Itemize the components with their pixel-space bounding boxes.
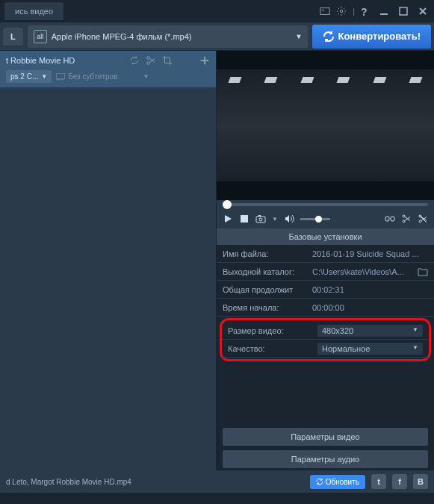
gear-icon[interactable] xyxy=(336,6,347,16)
format-label: Apple iPhone MPEG-4 фильм (*.mp4) xyxy=(52,32,192,41)
titlebar: ись видео | ? xyxy=(0,0,434,22)
convert-button[interactable]: Конвертировать! xyxy=(312,25,431,49)
setting-value: 00:02:31 xyxy=(312,285,428,294)
refresh-icon xyxy=(323,31,335,43)
setting-label: Общая продолжит xyxy=(223,285,312,294)
setting-output-dir: Выходной каталог: C:\Users\kate\Videos\A… xyxy=(217,263,434,281)
settings-header: Базовые установки xyxy=(217,228,434,245)
file-item-header: t Robbie Movie HD xyxy=(6,55,210,66)
setting-video-size: Размер видео: 480x320 ▼ xyxy=(222,322,429,340)
close-button[interactable] xyxy=(416,6,430,16)
status-text: d Leto, Margot Robbie Movie HD.mp4 xyxy=(6,478,304,486)
file-item[interactable]: t Robbie Movie HD ps 2 C...▼ Без субтитр… xyxy=(0,51,216,87)
svg-point-6 xyxy=(147,62,150,65)
content-area: t Robbie Movie HD ps 2 C...▼ Без субтитр… xyxy=(0,51,434,470)
play-icon[interactable] xyxy=(223,214,233,224)
setting-label: Имя файла: xyxy=(223,249,312,258)
titlebar-controls: | ? xyxy=(320,6,430,16)
preview-frame xyxy=(217,69,434,181)
setting-start-time: Время начала: 00:00:00 xyxy=(217,299,434,317)
setting-quality: Качество: Нормальное ▼ xyxy=(222,340,429,358)
crop-icon[interactable] xyxy=(162,55,173,66)
subtitle-icon xyxy=(56,73,65,81)
stop-icon[interactable] xyxy=(239,214,249,224)
svg-rect-9 xyxy=(256,217,265,223)
setting-filename: Имя файла: 2016-01-19 Suicide Squad ... xyxy=(217,245,434,263)
svg-rect-3 xyxy=(380,13,388,15)
scissors-icon[interactable] xyxy=(401,214,412,224)
audio-params-button[interactable]: Параметры аудио xyxy=(223,450,428,468)
link-icon[interactable] xyxy=(385,214,395,224)
setting-label: Качество: xyxy=(228,344,317,353)
setting-label: Время начала: xyxy=(223,303,312,312)
minimize-button[interactable] xyxy=(377,6,391,16)
highlighted-settings: Размер видео: 480x320 ▼ Качество: Нормал… xyxy=(220,318,431,361)
setting-value[interactable]: 2016-01-19 Suicide Squad ... xyxy=(312,249,428,258)
video-params-button[interactable]: Параметры видео xyxy=(223,428,428,446)
card-icon[interactable] xyxy=(320,6,330,16)
setting-value[interactable]: 00:00:00 xyxy=(312,303,428,312)
help-icon[interactable]: ? xyxy=(361,6,371,16)
format-all-icon: all xyxy=(34,30,47,43)
svg-point-10 xyxy=(259,218,262,221)
volume-slider[interactable] xyxy=(300,218,330,220)
facebook-button[interactable]: f xyxy=(392,474,407,489)
camera-icon[interactable] xyxy=(255,214,266,224)
setting-duration: Общая продолжит 00:02:31 xyxy=(217,281,434,299)
toolbar: L all Apple iPhone MPEG-4 фильм (*.mp4) … xyxy=(0,22,434,51)
volume-icon[interactable] xyxy=(284,214,294,224)
format-dropdown[interactable]: all Apple iPhone MPEG-4 фильм (*.mp4) ▼ xyxy=(28,25,309,48)
mode-button[interactable]: L xyxy=(3,28,23,46)
svg-rect-12 xyxy=(385,217,389,221)
refresh-icon[interactable] xyxy=(129,55,140,66)
seek-thumb[interactable] xyxy=(223,200,232,209)
refresh-icon xyxy=(316,478,323,485)
update-button[interactable]: Обновить xyxy=(310,475,365,489)
folder-icon[interactable] xyxy=(418,267,428,276)
statusbar: d Leto, Margot Robbie Movie HD.mp4 Обнов… xyxy=(0,470,434,493)
timeline-row xyxy=(217,200,434,209)
volume-thumb[interactable] xyxy=(315,216,322,223)
svg-rect-1 xyxy=(322,10,325,10)
svg-point-5 xyxy=(147,57,150,60)
svg-rect-11 xyxy=(258,215,261,217)
video-size-dropdown[interactable]: 480x320 ▼ xyxy=(317,325,423,337)
playback-controls: ▼ xyxy=(217,209,434,228)
svg-point-14 xyxy=(403,215,405,217)
svg-rect-8 xyxy=(241,215,248,223)
svg-rect-7 xyxy=(56,73,65,79)
chevron-down-icon: ▼ xyxy=(296,33,303,40)
tab-record-video[interactable]: ись видео xyxy=(4,2,63,20)
svg-rect-4 xyxy=(400,7,407,15)
setting-label: Размер видео: xyxy=(228,326,317,335)
file-title: t Robbie Movie HD xyxy=(6,56,123,65)
svg-rect-0 xyxy=(320,8,329,15)
subtitle-dropdown[interactable]: Без субтитров ▼ xyxy=(56,72,149,81)
setting-label: Выходной каталог: xyxy=(223,267,312,276)
setting-value[interactable]: C:\Users\kate\Videos\A... xyxy=(312,267,428,276)
file-subrow: ps 2 C...▼ Без субтитров ▼ xyxy=(6,70,210,83)
scissors-icon[interactable] xyxy=(146,55,156,66)
video-preview xyxy=(217,51,434,200)
twitter-button[interactable]: t xyxy=(371,474,386,489)
svg-point-17 xyxy=(419,220,421,223)
right-panel: ▼ Базовые установки Имя файла: 2016-01-1… xyxy=(217,51,434,470)
vk-button[interactable]: B xyxy=(413,474,428,489)
svg-rect-13 xyxy=(391,217,394,221)
seek-slider[interactable] xyxy=(223,203,428,206)
maximize-button[interactable] xyxy=(397,6,410,16)
svg-point-2 xyxy=(340,10,343,13)
scissors-disabled-icon[interactable] xyxy=(418,214,428,224)
svg-point-15 xyxy=(403,220,405,223)
quality-dropdown[interactable]: Нормальное ▼ xyxy=(317,343,423,355)
plus-icon[interactable] xyxy=(199,55,210,66)
file-list-panel: t Robbie Movie HD ps 2 C...▼ Без субтитр… xyxy=(0,51,217,470)
audio-track-dropdown[interactable]: ps 2 C...▼ xyxy=(6,70,52,83)
